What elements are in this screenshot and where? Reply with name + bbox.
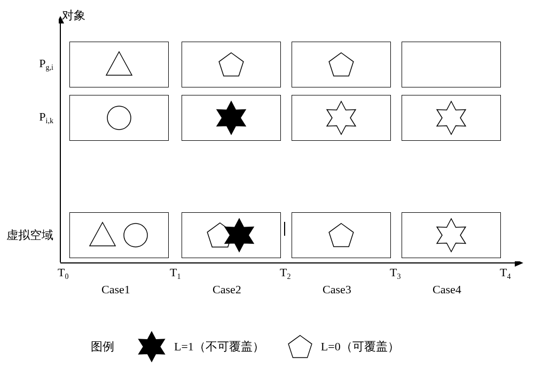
star6-icon — [214, 100, 249, 135]
grid-cell — [182, 212, 281, 258]
svg-marker-17 — [139, 332, 164, 362]
grid-cell — [69, 212, 169, 258]
case-label-3: Case3 — [323, 283, 351, 297]
row-label-pik: Pi,k — [16, 110, 53, 125]
svg-marker-15 — [329, 223, 354, 246]
grid-cell — [69, 42, 169, 87]
svg-marker-8 — [217, 101, 246, 134]
svg-marker-10 — [437, 101, 466, 134]
divider-mark — [284, 222, 285, 236]
x-tick-t1: T1 — [170, 266, 180, 281]
case-label-4: Case4 — [433, 283, 461, 297]
x-tick-t4: T4 — [500, 266, 511, 281]
grid-cell — [182, 42, 281, 87]
svg-marker-6 — [329, 53, 354, 76]
grid-cell — [402, 212, 501, 258]
pentagon-icon — [286, 332, 315, 361]
x-tick-t2: T2 — [280, 266, 290, 281]
pentagon-icon — [326, 50, 356, 79]
grid-cell — [292, 42, 391, 87]
star6-icon — [434, 100, 469, 135]
x-tick-t0: T0 — [58, 266, 68, 281]
svg-marker-3 — [515, 261, 523, 267]
star6-icon — [434, 218, 469, 253]
x-tick-t3: T3 — [390, 266, 400, 281]
triangle-icon — [88, 220, 117, 250]
row-label-pgi: Pg,i — [16, 57, 53, 72]
svg-marker-1 — [59, 16, 64, 23]
diagram-area: 对象 Pg,i Pi,k 虚拟空域 T0 T1 T2 T3 T4 Case1 C… — [16, 11, 518, 288]
legend: 图例 L=1（不可覆盖） L=0（可覆盖） — [0, 331, 502, 363]
grid-cell — [292, 95, 391, 141]
legend-item-l0: L=0（可覆盖） — [286, 332, 399, 361]
triangle-icon — [104, 50, 134, 79]
svg-marker-4 — [106, 52, 132, 75]
case-label-1: Case1 — [101, 283, 130, 297]
legend-text-l1: L=1（不可覆盖） — [174, 339, 264, 355]
y-axis-arrow — [59, 16, 69, 267]
grid-cell — [402, 95, 501, 141]
grid-cell — [182, 95, 281, 141]
svg-marker-11 — [90, 222, 115, 246]
legend-item-l1: L=1（不可覆盖） — [136, 331, 264, 363]
svg-point-7 — [107, 106, 131, 130]
legend-title: 图例 — [91, 339, 114, 355]
pentagon-icon — [216, 50, 246, 79]
grid-cell — [69, 95, 169, 141]
row-label-virtual: 虚拟空域 — [5, 227, 53, 243]
star6-icon — [324, 100, 359, 135]
star6-icon — [136, 331, 168, 363]
svg-marker-14 — [225, 219, 254, 252]
svg-marker-9 — [327, 101, 356, 134]
circle-icon — [121, 220, 151, 250]
svg-marker-16 — [437, 219, 466, 252]
pentagon-icon — [326, 220, 356, 250]
svg-marker-18 — [288, 335, 312, 358]
svg-point-12 — [124, 223, 147, 247]
legend-text-l0: L=0（可覆盖） — [321, 339, 399, 355]
circle-icon — [104, 103, 134, 133]
case-label-2: Case2 — [213, 283, 241, 297]
grid-cell — [402, 42, 501, 87]
svg-marker-5 — [219, 53, 244, 76]
x-axis-arrow — [59, 261, 523, 272]
grid-cell — [292, 212, 391, 258]
